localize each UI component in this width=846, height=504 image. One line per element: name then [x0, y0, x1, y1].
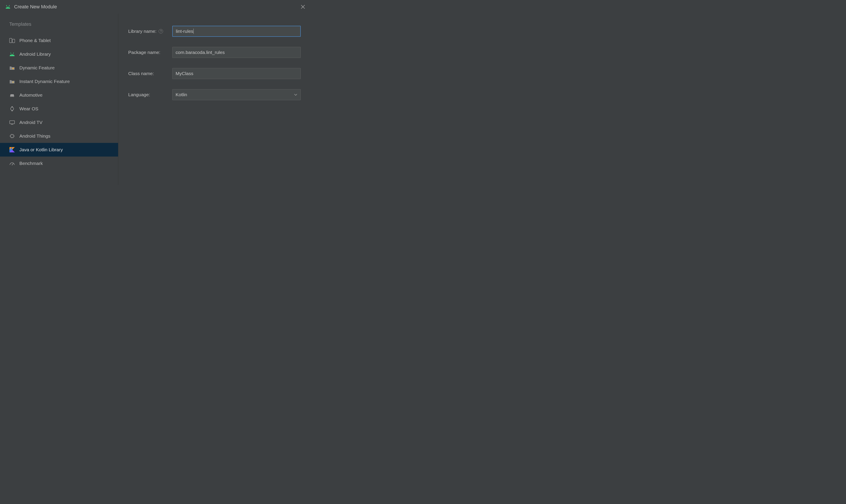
svg-line-11 — [13, 53, 14, 54]
svg-line-10 — [11, 53, 11, 54]
library-name-label: Library name: — [128, 29, 156, 34]
svg-rect-18 — [10, 121, 15, 124]
template-label: Automotive — [19, 92, 42, 98]
row-package-name: Package name: com.baracoda.lint_rules — [128, 47, 301, 58]
svg-point-14 — [13, 96, 14, 97]
create-new-module-dialog: Create New Module Templates Phone — [0, 0, 311, 185]
template-label: Android Library — [19, 52, 51, 57]
dialog-title: Create New Module — [14, 4, 57, 10]
language-label: Language: — [128, 92, 150, 97]
titlebar: Create New Module — [0, 0, 311, 14]
template-list: Phone & Tablet Android Library — [0, 34, 118, 170]
template-automotive[interactable]: Automotive — [0, 88, 118, 102]
tv-icon — [9, 120, 15, 125]
template-java-kotlin-library[interactable]: Java or Kotlin Library — [0, 143, 118, 157]
svg-point-13 — [11, 96, 12, 97]
templates-sidebar: Templates Phone & Tablet — [0, 14, 118, 185]
watch-icon — [9, 106, 15, 112]
android-icon — [9, 51, 15, 57]
template-label: Phone & Tablet — [19, 38, 51, 43]
svg-point-15 — [11, 107, 14, 110]
phone-tablet-icon — [9, 38, 15, 43]
row-class-name: Class name: MyClass — [128, 68, 301, 79]
chip-icon — [9, 133, 15, 139]
svg-point-0 — [7, 7, 7, 8]
svg-rect-12 — [12, 68, 14, 69]
row-language: Language: Kotlin — [128, 89, 301, 100]
row-library-name: Library name: ? lint-rules — [128, 26, 301, 37]
text-cursor — [193, 29, 194, 34]
close-button[interactable] — [300, 4, 306, 10]
kotlin-icon — [9, 147, 15, 152]
car-icon — [9, 92, 15, 98]
template-label: Benchmark — [19, 161, 43, 166]
templates-header: Templates — [0, 21, 118, 34]
svg-point-9 — [13, 55, 14, 55]
language-value: Kotlin — [176, 92, 187, 97]
android-icon — [5, 4, 11, 10]
svg-line-3 — [9, 5, 10, 6]
benchmark-icon — [9, 161, 15, 166]
package-name-value: com.baracoda.lint_rules — [176, 50, 225, 55]
template-label: Instant Dynamic Feature — [19, 79, 70, 84]
class-name-value: MyClass — [176, 71, 193, 76]
svg-line-2 — [6, 5, 7, 6]
dynamic-feature-icon — [9, 65, 15, 71]
svg-rect-6 — [10, 38, 12, 43]
template-android-library[interactable]: Android Library — [0, 47, 118, 61]
template-label: Wear OS — [19, 106, 38, 111]
help-icon[interactable]: ? — [159, 29, 163, 34]
svg-point-8 — [11, 55, 12, 55]
dialog-body: Templates Phone & Tablet — [0, 14, 311, 185]
template-wear-os[interactable]: Wear OS — [0, 102, 118, 115]
form-area: Library name: ? lint-rules Package name:… — [118, 14, 311, 185]
library-name-value: lint-rules — [176, 29, 193, 34]
template-label: Android TV — [19, 120, 42, 125]
template-benchmark[interactable]: Benchmark — [0, 157, 118, 170]
svg-rect-17 — [12, 110, 13, 111]
svg-point-30 — [12, 164, 13, 165]
template-instant-dynamic-feature[interactable]: Instant Dynamic Feature — [0, 75, 118, 88]
svg-point-1 — [8, 7, 9, 8]
svg-rect-16 — [12, 106, 13, 107]
template-label: Android Things — [19, 133, 50, 139]
class-name-label: Class name: — [128, 71, 154, 76]
class-name-field[interactable]: MyClass — [172, 68, 301, 79]
template-dynamic-feature[interactable]: Dynamic Feature — [0, 61, 118, 75]
template-label: Java or Kotlin Library — [19, 147, 63, 152]
template-phone-tablet[interactable]: Phone & Tablet — [0, 34, 118, 47]
svg-rect-20 — [11, 135, 14, 138]
template-android-tv[interactable]: Android TV — [0, 115, 118, 129]
library-name-field[interactable]: lint-rules — [172, 26, 301, 37]
template-android-things[interactable]: Android Things — [0, 129, 118, 143]
instant-dynamic-feature-icon — [9, 78, 15, 84]
package-name-field[interactable]: com.baracoda.lint_rules — [172, 47, 301, 58]
template-label: Dynamic Feature — [19, 65, 55, 70]
language-select[interactable]: Kotlin — [172, 89, 301, 100]
svg-rect-7 — [12, 39, 15, 43]
package-name-label: Package name: — [128, 50, 160, 55]
